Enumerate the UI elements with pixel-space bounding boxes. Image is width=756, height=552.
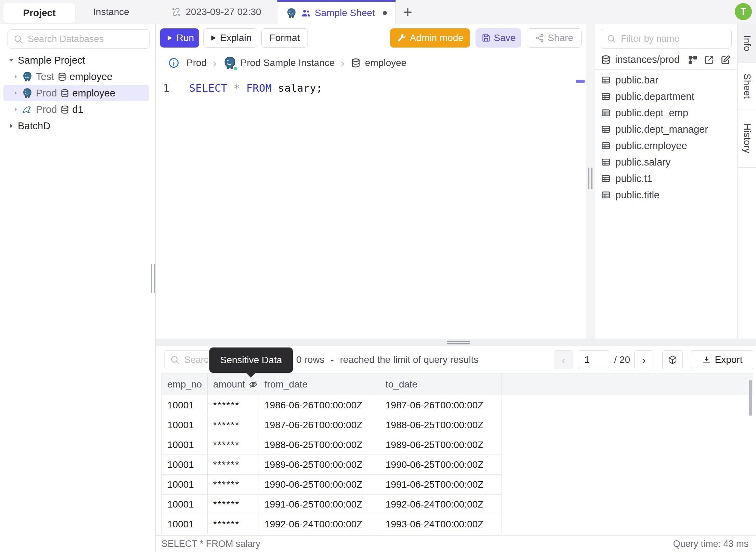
results-panel: 0 rows - reached the limit of query resu… — [156, 339, 756, 552]
cell-amount[interactable]: ****** — [208, 415, 259, 435]
cell-amount[interactable]: ****** — [208, 455, 259, 475]
play-icon — [165, 34, 173, 42]
table-row[interactable]: 10001******1987-06-26T00:00:00Z1988-06-2… — [161, 415, 753, 435]
side-tab-sheet[interactable]: Sheet — [738, 63, 756, 109]
database-label: d1 — [72, 104, 83, 115]
table-filter-input[interactable] — [620, 33, 726, 44]
prev-page-button[interactable]: ‹ — [554, 350, 573, 369]
info-icon[interactable] — [168, 57, 180, 69]
format-label: Format — [270, 32, 300, 43]
tab-project[interactable]: Project — [3, 3, 75, 23]
column-header-label: amount — [213, 379, 245, 390]
cell-emp-no[interactable]: 10001 — [161, 435, 208, 455]
tree-database-test-employee[interactable]: Test employee — [3, 68, 149, 85]
right-tab-strip: InfoSheetHistory — [737, 24, 756, 339]
breadcrumb-instance[interactable]: Prod Sample Instance — [240, 57, 335, 68]
cell-emp-no[interactable]: 10001 — [161, 455, 208, 475]
sheet-tab-adhoc[interactable]: 2023-09-27 02:30 — [156, 0, 277, 24]
cell-to-date[interactable]: 1993-06-24T00:00:00Z — [380, 514, 501, 534]
avatar[interactable]: T — [735, 3, 752, 20]
cell-emp-no[interactable]: 10001 — [161, 395, 208, 415]
results-status-bar: SELECT * FROM salary Query time: 43 ms — [156, 535, 756, 552]
table-row[interactable]: 10001******1991-06-25T00:00:00Z1992-06-2… — [161, 495, 753, 514]
table-row[interactable]: 10001******1988-06-25T00:00:00Z1989-06-2… — [161, 435, 753, 455]
database-search[interactable] — [8, 29, 150, 49]
cell-to-date[interactable]: 1991-06-25T00:00:00Z — [380, 475, 501, 495]
run-button[interactable]: Run — [160, 28, 199, 48]
table-row[interactable]: 10001******1986-06-26T00:00:00Z1987-06-2… — [161, 395, 753, 415]
format-button[interactable]: Format — [261, 28, 308, 48]
save-button[interactable]: Save — [475, 28, 521, 48]
table-item-public-department[interactable]: public.department — [595, 88, 737, 105]
export-button[interactable]: Export — [691, 350, 753, 369]
cube-icon — [667, 355, 678, 365]
cell-emp-no[interactable]: 10001 — [161, 415, 208, 435]
code-line[interactable]: 1 SELECT * FROM salary; — [156, 82, 586, 94]
cell-from-date[interactable]: 1986-06-26T00:00:00Z — [259, 395, 380, 415]
table-item-public-dept-emp[interactable]: public.dept_emp — [595, 105, 737, 121]
sql-token: * — [234, 82, 240, 94]
table-item-label: public.title — [615, 189, 660, 201]
table-row[interactable]: 10001******1992-06-24T00:00:00Z1993-06-2… — [161, 514, 753, 534]
share-button[interactable]: Share — [527, 28, 582, 48]
editor-scrollbar-thumb[interactable] — [576, 80, 585, 83]
admin-mode-button[interactable]: Admin mode — [390, 28, 470, 48]
sidebar-resize-handle[interactable] — [151, 264, 155, 293]
cell-to-date[interactable]: 1988-06-25T00:00:00Z — [380, 415, 501, 435]
table-item-public-salary[interactable]: public.salary — [595, 154, 737, 170]
cell-to-date[interactable]: 1992-06-24T00:00:00Z — [380, 495, 501, 514]
table-item-public-t1[interactable]: public.t1 — [595, 170, 737, 187]
table-item-public-employee[interactable]: public.employee — [595, 137, 737, 154]
data-box-button[interactable] — [662, 350, 683, 369]
cell-from-date[interactable]: 1990-06-25T00:00:00Z — [259, 475, 380, 495]
tree-project-batchd[interactable]: BatchD — [3, 118, 149, 134]
cell-to-date[interactable]: 1990-06-25T00:00:00Z — [380, 455, 501, 475]
cell-amount[interactable]: ****** — [208, 514, 259, 534]
tree-database-prod-d1[interactable]: Prod d1 — [3, 101, 149, 118]
cell-emp-no[interactable]: 10001 — [161, 495, 208, 514]
side-tab-history[interactable]: History — [738, 109, 756, 168]
cell-to-date[interactable]: 1987-06-26T00:00:00Z — [380, 395, 501, 415]
table-filter[interactable] — [601, 29, 732, 49]
cell-amount[interactable]: ****** — [208, 475, 259, 495]
sql-editor[interactable]: 1 SELECT * FROM salary; — [156, 74, 586, 339]
table-row[interactable]: 10001******1990-06-25T00:00:00Z1991-06-2… — [161, 475, 753, 495]
database-search-input[interactable] — [27, 34, 144, 45]
table-icon — [601, 75, 611, 85]
schema-diagram-icon[interactable] — [687, 54, 698, 65]
explain-button[interactable]: Explain — [203, 28, 257, 48]
cell-to-date[interactable]: 1989-06-25T00:00:00Z — [380, 435, 501, 455]
cell-amount[interactable]: ****** — [208, 495, 259, 514]
database-tree: Sample Project Test employee Prod employ… — [0, 52, 155, 134]
tab-instance[interactable]: Instance — [75, 0, 147, 24]
table-item-public-dept-manager[interactable]: public.dept_manager — [595, 121, 737, 137]
breadcrumb-database[interactable]: employee — [365, 57, 406, 68]
cell-emp-no[interactable]: 10001 — [161, 514, 208, 534]
new-tab-button[interactable]: + — [400, 4, 416, 20]
table-row[interactable]: 10001******1989-06-25T00:00:00Z1990-06-2… — [161, 455, 753, 475]
edit-icon[interactable] — [720, 54, 731, 65]
table-item-public-bar[interactable]: public.bar — [595, 72, 737, 88]
next-page-button[interactable]: › — [634, 350, 653, 369]
search-icon — [607, 34, 616, 43]
tree-database-prod-employee[interactable]: Prod employee — [3, 85, 149, 101]
cell-from-date[interactable]: 1988-06-25T00:00:00Z — [259, 435, 380, 455]
results-scrollbar-thumb[interactable] — [749, 380, 752, 416]
cell-emp-no[interactable]: 10001 — [161, 475, 208, 495]
page-number-input[interactable] — [578, 350, 609, 369]
table-item-public-title[interactable]: public.title — [595, 187, 737, 203]
sheet-tab-sample-sheet[interactable]: Sample Sheet — [277, 0, 396, 24]
cell-amount[interactable]: ****** — [208, 395, 259, 415]
cell-from-date[interactable]: 1991-06-25T00:00:00Z — [259, 495, 380, 514]
side-tab-info[interactable]: Info — [738, 24, 756, 63]
panel-resize-handle[interactable] — [588, 168, 592, 189]
cell-amount[interactable]: ****** — [208, 435, 259, 455]
breadcrumb-environment[interactable]: Prod — [186, 57, 207, 68]
cell-from-date[interactable]: 1987-06-26T00:00:00Z — [259, 415, 380, 435]
cell-from-date[interactable]: 1989-06-25T00:00:00Z — [259, 455, 380, 475]
cell-from-date[interactable]: 1992-06-24T00:00:00Z — [259, 514, 380, 534]
results-resize-handle[interactable] — [447, 341, 470, 344]
external-link-icon[interactable] — [704, 54, 715, 65]
executed-statement: SELECT * FROM salary — [161, 539, 260, 549]
tree-project-sample-project[interactable]: Sample Project — [3, 52, 149, 68]
